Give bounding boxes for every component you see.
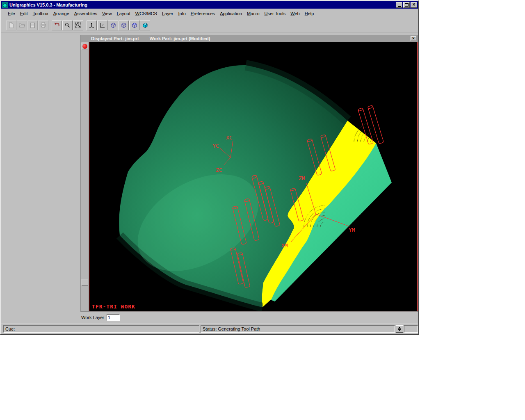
hidden-edge-view-button[interactable]	[119, 21, 129, 30]
magnifier-icon	[64, 22, 71, 28]
wcs-y-label: YC	[212, 143, 219, 149]
stop-light-icon	[82, 44, 87, 49]
scrollbar-thumb[interactable]	[82, 279, 88, 285]
undo-icon	[54, 22, 60, 28]
print-button[interactable]	[38, 21, 48, 30]
graphics-side-strip	[81, 42, 89, 311]
app-window: Unigraphics V15.0.3 - Manufacturing × Fi…	[0, 0, 419, 335]
print-icon	[40, 22, 46, 28]
work-layer-label: Work Layer	[81, 315, 104, 320]
graphics-viewport[interactable]: XC YC ZC ZM YM XM TFR-TRI WORK	[89, 42, 418, 311]
scroll-up-icon	[398, 327, 401, 329]
status-grip	[404, 325, 418, 333]
graphics-window-titlebar[interactable]: Displayed Part: jim.prt Work Part: jim.p…	[81, 35, 418, 42]
cube-wireframe-icon	[110, 22, 116, 28]
interrupt-button[interactable]	[82, 43, 88, 50]
window-title: Unigraphics V15.0.3 - Manufacturing	[9, 2, 395, 7]
menu-item-info[interactable]: Info	[176, 10, 188, 17]
csys-button[interactable]	[87, 21, 97, 30]
magnifier-rect-icon	[75, 22, 81, 28]
menu-item-help[interactable]: Help	[302, 10, 317, 17]
menu-item-view[interactable]: View	[100, 10, 114, 17]
toolbar	[1, 18, 418, 32]
menu-item-web[interactable]: Web	[288, 10, 302, 17]
axis-icon	[99, 22, 105, 28]
new-file-icon	[8, 22, 14, 28]
cube-face-icon	[131, 22, 137, 28]
close-icon: ×	[412, 2, 415, 7]
menu-bar: FileEditToolboxArrangeAssembliesViewLayo…	[1, 9, 418, 18]
undo-button[interactable]	[52, 21, 62, 30]
menu-item-wcs-mcs[interactable]: WCS/MCS	[133, 10, 160, 17]
status-field: Status: Generating Tool Path	[201, 325, 395, 333]
cube-hidden-icon	[121, 22, 127, 28]
wcs-x-label: XC	[226, 135, 233, 141]
work-layer-row: Work Layer	[81, 313, 120, 322]
minimize-button[interactable]	[396, 2, 402, 8]
mcs-y-label: YM	[349, 227, 355, 233]
status-bar: Cue: Status: Generating Tool Path	[1, 324, 418, 333]
save-icon	[30, 22, 36, 28]
minimize-icon	[398, 6, 401, 7]
menu-item-toolbox[interactable]: Toolbox	[30, 10, 51, 17]
menu-item-file[interactable]: File	[5, 10, 18, 17]
menu-item-edit[interactable]: Edit	[18, 10, 30, 17]
menu-item-preferences[interactable]: Preferences	[188, 10, 217, 17]
menu-item-layout[interactable]: Layout	[114, 10, 133, 17]
open-part-button[interactable]	[17, 21, 27, 30]
menu-item-arrange[interactable]: Arrange	[51, 10, 72, 17]
app-icon	[2, 2, 8, 8]
title-bar[interactable]: Unigraphics V15.0.3 - Manufacturing ×	[1, 1, 418, 9]
mcs-z-label: ZM	[299, 175, 305, 181]
maximize-button[interactable]	[403, 2, 410, 8]
close-button[interactable]: ×	[411, 2, 417, 8]
desktop: Unigraphics V15.0.3 - Manufacturing × Fi…	[0, 0, 525, 420]
cue-field: Cue:	[3, 325, 199, 333]
cube-shaded-icon	[142, 22, 148, 28]
graphics-close-button[interactable]: ×	[411, 36, 416, 41]
wireframe-view-button[interactable]	[108, 21, 118, 30]
open-folder-icon	[19, 22, 25, 28]
mcs-x-label: XM	[281, 242, 288, 249]
cad-scene: XC YC ZC ZM YM XM	[89, 42, 418, 311]
graphics-window: Displayed Part: jim.prt Work Part: jim.p…	[80, 35, 418, 312]
toolbar-separator	[84, 25, 87, 25]
scroll-down-icon	[398, 329, 401, 331]
menu-item-application[interactable]: Application	[217, 10, 244, 17]
menu-item-assemblies[interactable]: Assemblies	[72, 10, 100, 17]
menu-item-macro[interactable]: Macro	[244, 10, 262, 17]
face-view-button[interactable]	[129, 21, 139, 30]
shaded-view-button[interactable]	[140, 21, 150, 30]
view-annotation: TFR-TRI WORK	[92, 304, 135, 310]
zoom-rectangle-button[interactable]	[73, 21, 83, 30]
menu-item-user-tools[interactable]: User Tools	[262, 10, 288, 17]
status-scroll-button[interactable]	[396, 325, 403, 333]
save-part-button[interactable]	[27, 21, 38, 30]
csys-triad-icon	[89, 22, 95, 28]
toolbar-separator	[49, 25, 52, 25]
work-part-label: Work Part: jim.prt (Modified)	[150, 36, 210, 41]
maximize-icon	[405, 3, 409, 7]
new-part-button[interactable]	[6, 21, 16, 30]
zoom-button[interactable]	[62, 21, 73, 30]
menu-item-layer[interactable]: Layer	[160, 10, 176, 17]
work-layer-input[interactable]	[107, 314, 120, 321]
displayed-part-label: Displayed Part: jim.prt	[91, 36, 139, 41]
wcs-z-label: ZC	[216, 167, 222, 173]
view-orient-button[interactable]	[97, 21, 107, 30]
